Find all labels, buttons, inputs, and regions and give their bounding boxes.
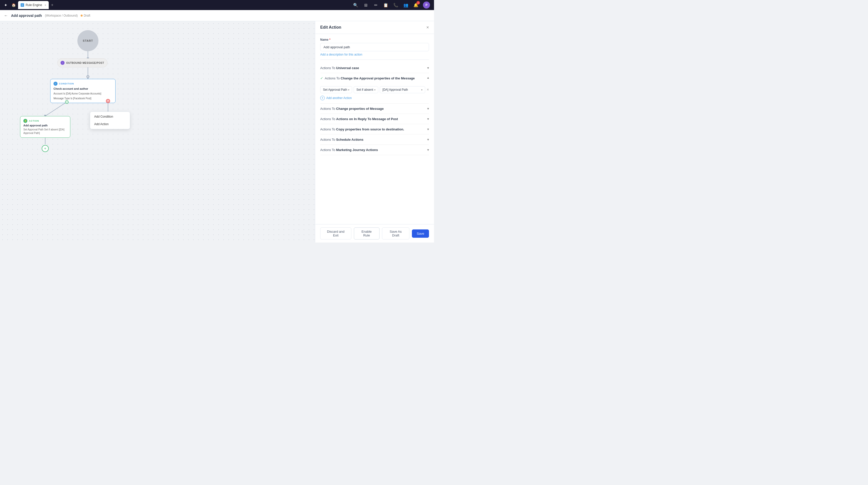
top-nav: ✦ 🏠 R Rule Engine × + 🔍 ⊞ ✏ 📋 📞 👥 🔔 2 P: [0, 0, 434, 10]
name-field-group: Name * Add a description for this action: [320, 38, 429, 57]
accordion-change-props-label: Actions To Change properties of Message: [320, 107, 384, 111]
add-below-action-button[interactable]: +: [42, 145, 49, 152]
notifications-icon[interactable]: 🔔 2: [413, 2, 419, 8]
accordion-copy-props-chevron: ▾: [427, 127, 429, 131]
accordion-universal-label: Actions To Universal case: [320, 66, 359, 70]
status-dot: [81, 14, 83, 17]
tab-close-icon[interactable]: ×: [44, 3, 46, 6]
add-tab-button[interactable]: +: [49, 2, 55, 8]
accordion-approval-content: Set Approval Path ▾ Set if absent ▾ [DA]…: [320, 83, 429, 103]
calendar-icon[interactable]: 📋: [383, 2, 389, 8]
name-input[interactable]: [320, 43, 429, 51]
condition-header: ✓ CONDITION: [54, 82, 112, 86]
nav-home-btn[interactable]: 🏠: [10, 1, 17, 8]
flow-canvas[interactable]: START ↑ OUTBOUND MESSAGE/POST ✓ CONDITIO…: [0, 21, 315, 243]
condition-label: CONDITION: [59, 83, 74, 85]
breadcrumb: (Workspace / Outbound): [45, 14, 78, 17]
right-panel: Edit Action × Name * Add a description f…: [315, 21, 434, 243]
panel-footer: Discard and Exit Enable Rule Save As Dra…: [315, 224, 434, 243]
accordion-change-props-chevron: ▾: [427, 107, 429, 111]
notification-badge: 2: [416, 1, 420, 4]
name-label: Name *: [320, 38, 429, 41]
accordion-approval-header[interactable]: ✓ Actions To Change the Approval propert…: [320, 73, 429, 83]
action-node[interactable]: ⚡ ACTION Add approval path Set Approval …: [20, 116, 70, 138]
panel-close-button[interactable]: ×: [426, 25, 429, 30]
accordion-universal-chevron: ▾: [427, 66, 429, 70]
tab-rule-engine[interactable]: R Rule Engine ×: [18, 1, 49, 9]
action-header: ⚡ ACTION: [23, 119, 67, 123]
action-desc: Set Approval Path Set if absent [[DA] Ap…: [23, 128, 67, 135]
save-draft-button[interactable]: Save As Draft: [382, 228, 410, 240]
context-menu: Add Condition Add Action: [90, 112, 130, 129]
set-if-absent-select[interactable]: Set if absent ▾: [353, 86, 378, 93]
enable-rule-button[interactable]: Enable Rule: [354, 228, 379, 240]
phone-icon[interactable]: 📞: [393, 2, 399, 8]
accordion-copy-props-label: Actions To Copy properties from source t…: [320, 127, 404, 131]
add-condition-menu-item[interactable]: Add Condition: [90, 113, 130, 120]
nav-logo: ✦: [2, 1, 9, 8]
accordion-copy-props[interactable]: Actions To Copy properties from source t…: [320, 124, 429, 134]
nav-tabs: R Rule Engine × +: [18, 1, 352, 9]
tab-label: Rule Engine: [26, 3, 42, 7]
yes-branch-dot: Y: [65, 100, 68, 104]
add-action-menu-item[interactable]: Add Action: [90, 120, 130, 128]
condition-icon: ✓: [54, 82, 58, 86]
status-badge: Draft: [81, 14, 90, 17]
add-description-link[interactable]: Add a description for this action: [320, 53, 362, 56]
start-node[interactable]: START: [78, 30, 98, 51]
accordion-schedule-chevron: ▾: [427, 138, 429, 142]
accordion-schedule-label: Actions To Schedule Actions: [320, 138, 364, 142]
accordion-change-props[interactable]: Actions To Change properties of Message …: [320, 103, 429, 114]
add-another-action-link[interactable]: + Add another Action: [320, 96, 429, 100]
condition-rule-2: Message Type Is [Facebook Post]: [54, 96, 112, 100]
accordion-approval-label-wrap: ✓ Actions To Change the Approval propert…: [320, 76, 415, 80]
condition-rule-1: Account Is [DA] Acme Corporate Accounts]: [54, 92, 112, 95]
accordion-schedule[interactable]: Actions To Schedule Actions ▾: [320, 134, 429, 145]
users-icon[interactable]: 👥: [403, 2, 409, 8]
accordion-in-reply-label: Actions To Actions on In Reply To Messag…: [320, 117, 398, 121]
back-button[interactable]: ←: [4, 13, 8, 18]
accordion-in-reply[interactable]: Actions To Actions on In Reply To Messag…: [320, 114, 429, 124]
user-avatar[interactable]: P: [423, 1, 430, 8]
action-row-1: Set Approval Path ▾ Set if absent ▾ [DA]…: [320, 86, 429, 93]
add-action-circle-icon: +: [320, 96, 325, 100]
condition-node[interactable]: ✓ CONDITION Check account and author Acc…: [50, 79, 116, 103]
outbound-label: OUTBOUND MESSAGE/POST: [66, 62, 104, 64]
accordion-approval-label: Actions To Change the Approval propertie…: [325, 77, 415, 80]
action-icon: ⚡: [23, 119, 27, 123]
accordion-in-reply-chevron: ▾: [427, 117, 429, 121]
nav-right-icons: 🔍 ⊞ ✏ 📋 📞 👥 🔔 2 P: [352, 1, 432, 8]
page-title: Add approval path: [11, 13, 42, 18]
apps-icon[interactable]: ⊞: [363, 2, 369, 8]
panel-header: Edit Action ×: [315, 21, 434, 34]
sub-header: ← Add approval path (Workspace / Outboun…: [0, 10, 434, 21]
action-label: ACTION: [29, 120, 39, 122]
accordion-universal[interactable]: Actions To Universal case ▾: [320, 63, 429, 73]
required-marker: *: [329, 38, 331, 41]
action-title: Add approval path: [23, 124, 67, 127]
approval-check-icon: ✓: [320, 76, 323, 80]
rule-engine-icon: R: [21, 3, 24, 7]
main-area: START ↑ OUTBOUND MESSAGE/POST ✓ CONDITIO…: [0, 21, 434, 243]
junction-dot: [86, 75, 89, 78]
approval-path-value-select[interactable]: [DA] Approval Path ▾: [380, 86, 425, 93]
panel-title: Edit Action: [320, 25, 341, 30]
outbound-node[interactable]: ↑ OUTBOUND MESSAGE/POST: [57, 58, 107, 67]
save-button[interactable]: Save: [412, 230, 429, 238]
accordion-approval-chevron: ▾: [427, 76, 429, 80]
accordion-marketing[interactable]: Actions To Marketing Journey Actions ▾: [320, 145, 429, 155]
condition-title: Check account and author: [54, 87, 112, 90]
accordion-approval-section: ✓ Actions To Change the Approval propert…: [320, 73, 429, 103]
discard-exit-button[interactable]: Discard and Exit: [320, 228, 351, 240]
condition-rules: Account Is [DA] Acme Corporate Accounts]…: [54, 92, 112, 100]
status-label: Draft: [84, 14, 90, 17]
set-approval-path-select[interactable]: Set Approval Path ▾: [320, 86, 352, 93]
accordion-marketing-label: Actions To Marketing Journey Actions: [320, 148, 378, 152]
panel-body: Name * Add a description for this action…: [315, 34, 434, 224]
edit-icon[interactable]: ✏: [373, 2, 379, 8]
remove-action-button[interactable]: ×: [427, 87, 429, 92]
outbound-icon: ↑: [61, 61, 65, 65]
no-branch-dot: N: [106, 99, 110, 103]
accordion-marketing-chevron: ▾: [427, 148, 429, 152]
search-icon[interactable]: 🔍: [352, 2, 359, 8]
